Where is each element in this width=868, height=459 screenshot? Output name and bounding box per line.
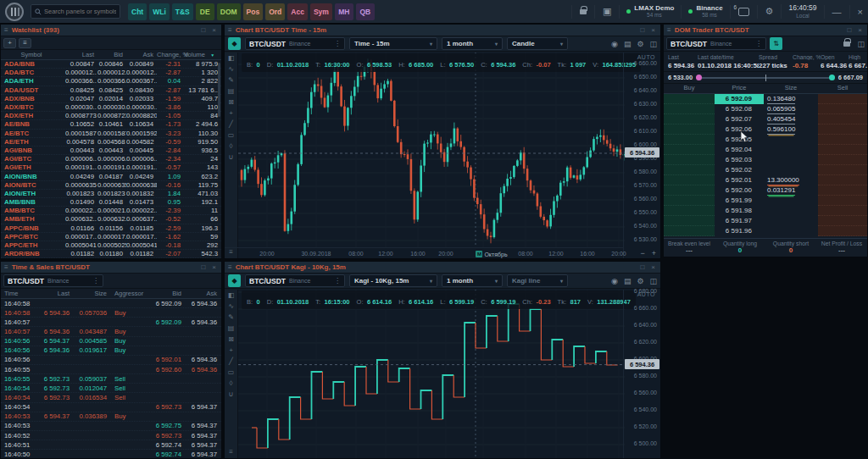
watchlist-row[interactable]: AGI/BTC0.000006..0.000006..0.000006..-2.…	[1, 155, 221, 163]
col-change[interactable]: Change, %	[157, 51, 184, 58]
sell-cell[interactable]	[818, 206, 867, 216]
time-sales-row[interactable]: 16:40:516 592.746 594.37	[1, 440, 221, 450]
dom-header[interactable]: BuyPrice SizeSell	[664, 84, 867, 94]
size-cell[interactable]: 0.596100	[764, 124, 818, 135]
watchlist-row[interactable]: ADA/BTC0.000012..0.000012..0.000012..-2.…	[1, 69, 221, 77]
print-icon[interactable]: ▤	[624, 277, 632, 285]
add-symbol-button[interactable]: +	[3, 38, 16, 48]
lock-icon[interactable]	[843, 41, 850, 47]
time-sales-row[interactable]: 16:40:536 594.370.036389Buy	[1, 412, 221, 422]
dom-ladder-row[interactable]: 6 592.070.405454	[664, 114, 867, 124]
watchlist-row[interactable]: AION/ETH0.0018230.0018230.0018321.84471.…	[1, 190, 221, 198]
maximize-icon[interactable]: □	[845, 26, 853, 34]
crosshair-icon[interactable]: +	[229, 347, 233, 354]
buy-cell[interactable]	[664, 135, 715, 145]
maximize-icon[interactable]: □	[638, 26, 646, 34]
size-cell[interactable]	[764, 196, 818, 206]
app-logo[interactable]	[5, 3, 24, 21]
time-sales-row[interactable]: 16:40:576 594.360.043487Buy	[1, 327, 221, 336]
price-cell[interactable]: 6 592.03	[715, 155, 764, 165]
size-cell[interactable]: 13.300000	[764, 175, 818, 185]
drawing-pencil-icon[interactable]: ✎	[228, 77, 234, 84]
time-sales-row[interactable]: 16:40:506 592.746 594.37	[1, 450, 221, 459]
watchlist-row[interactable]: AGI/ETH0.000191..0.000191..0.000191..-0.…	[1, 163, 221, 172]
panel-button-cht[interactable]: Cht	[128, 3, 147, 20]
panel-button-sym[interactable]: Sym	[310, 3, 332, 20]
time-sales-row[interactable]: 16:40:536 592.756 594.37	[1, 422, 221, 431]
save-workspace-button[interactable]: ▣	[594, 5, 619, 19]
magnet-icon[interactable]: ∪	[229, 391, 234, 398]
zoom-out-button[interactable]: −	[640, 249, 644, 257]
maximize-icon[interactable]: □	[199, 26, 207, 34]
zoom-in-button[interactable]: +	[652, 249, 656, 257]
symbol-selector[interactable]: BTC/USDT Binance ⋮	[3, 274, 103, 287]
trendline-icon[interactable]: ╱	[229, 358, 233, 365]
close-icon[interactable]: ×	[649, 26, 657, 34]
time-sales-row[interactable]: 16:40:566 594.360.019617Buy	[1, 346, 221, 356]
snapshot-icon[interactable]: ◉	[611, 277, 618, 285]
trendline-icon[interactable]: ╱	[229, 121, 233, 128]
rectangle-icon[interactable]: ▭	[228, 369, 235, 376]
price-cell[interactable]: 6 592.08	[715, 104, 764, 114]
dom-ladder-row[interactable]: 6 592.080.065905	[664, 104, 867, 114]
watchlist-row[interactable]: ADX/ETH0.00087730.00087230.0008820-1.058…	[1, 112, 221, 120]
dom-ladder-row[interactable]: 6 592.000.031291	[664, 185, 867, 196]
price-cell[interactable]: 6 591.99	[715, 196, 764, 206]
col-ask[interactable]: Ask	[126, 51, 157, 58]
indicator-icon[interactable]: ∿	[228, 66, 234, 73]
buy-cell[interactable]	[664, 226, 715, 236]
dom-ladder-row[interactable]: 6 592.060.596100	[664, 124, 867, 135]
panel-menu-icon[interactable]: ≡	[228, 26, 232, 34]
chart-time-titlebar[interactable]: ≡ Chart BTC/USDT Time - 15m □ ×	[225, 25, 660, 36]
col-symbol[interactable]: Symbol	[1, 51, 65, 58]
chart-time-plot[interactable]: ◧∿✎▤⊠+╱▭◊∪≡ B: 0D: 01.10.2018T: 16:30:00…	[225, 53, 660, 258]
price-cell[interactable]: 6 592.07	[715, 114, 764, 124]
panel-button-de[interactable]: DE	[196, 3, 214, 20]
minimize-button[interactable]: —	[824, 5, 849, 19]
watchlist-row[interactable]: AMB/BNB0.014900.014480.014730.95192.1	[1, 198, 221, 207]
notifications-button[interactable]: 6	[730, 5, 757, 19]
more-icon[interactable]: ⋮	[755, 40, 762, 47]
watchlist-row[interactable]: ADX/BTC0.000030..0.000030..0.000030..-3.…	[1, 103, 221, 112]
range-track[interactable]	[696, 77, 835, 79]
maximize-icon[interactable]: □	[638, 263, 646, 271]
panel-menu-icon[interactable]: ≡	[4, 26, 8, 34]
watchlist-row[interactable]: ADX/BNB0.020470.020140.02033-1.59409.7	[1, 95, 221, 103]
size-cell[interactable]	[764, 226, 818, 236]
buy-cell[interactable]	[664, 124, 715, 135]
panel-menu-icon[interactable]: ≡	[228, 263, 232, 271]
keyboard-icon[interactable]: ▤	[228, 325, 235, 332]
range-dropdown[interactable]: 1 month▾	[442, 37, 503, 50]
dom-ladder-row[interactable]: 6 591.96	[664, 226, 867, 236]
time-sales-row[interactable]: 16:40:546 592.730.016534Sell	[1, 393, 221, 402]
buy-cell[interactable]	[664, 175, 715, 185]
magnet-icon[interactable]: ∪	[229, 154, 234, 161]
price-cell[interactable]: 6 592.00	[715, 185, 764, 196]
col-volume[interactable]: Volume ▼	[184, 51, 221, 58]
size-cell[interactable]: 0.136480	[764, 94, 818, 104]
watchlist-row[interactable]: ADA/BNB0.008470.008460.00849-2.318 975.9	[1, 60, 221, 69]
watchlist-row[interactable]: AE/ETH0.0045780.0045680.004582-0.59919.5…	[1, 138, 221, 147]
close-icon[interactable]: ×	[210, 26, 218, 34]
col-last[interactable]: Last	[65, 51, 97, 58]
panel-button-qb[interactable]: QB	[356, 3, 375, 20]
sell-cell[interactable]	[818, 94, 867, 104]
flag-marker-icon[interactable]: ⊠	[228, 336, 234, 343]
price-axis[interactable]: AUTO6 680.006 660.006 640.006 620.006 60…	[623, 290, 660, 458]
range-handle-high[interactable]	[829, 75, 835, 80]
close-icon[interactable]: ×	[210, 263, 218, 271]
style-dropdown[interactable]: Candle▾	[507, 37, 568, 50]
buy-cell[interactable]	[664, 196, 715, 206]
panel-menu-icon[interactable]: ≡	[4, 263, 8, 271]
sell-cell[interactable]	[818, 226, 867, 236]
watchlist-row[interactable]: AION/BNB0.042490.041870.042491.09623.2	[1, 172, 221, 180]
chart-kagi-titlebar[interactable]: ≡ Chart BTC/USDT Kagi - 10Kg, 15m □ ×	[225, 262, 660, 274]
dom-ladder-row[interactable]: 6 591.99	[664, 196, 867, 206]
sell-cell[interactable]	[818, 124, 867, 135]
buy-cell[interactable]	[664, 216, 715, 226]
dom-ladder-row[interactable]: 6 592.090.136480	[664, 94, 867, 104]
sell-cell[interactable]	[818, 114, 867, 124]
size-cell[interactable]: 0.405454	[764, 114, 818, 124]
chart-settings-icon[interactable]: ⚙	[637, 277, 643, 285]
dom-ladder-row[interactable]: 6 592.05	[664, 135, 867, 145]
